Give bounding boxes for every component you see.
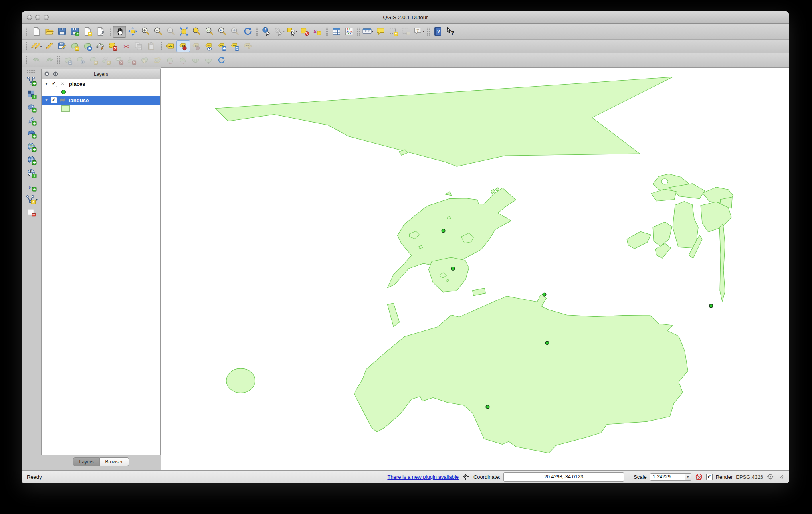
- whats-this-button[interactable]: ?: [444, 26, 457, 37]
- toolbar-grip[interactable]: [159, 42, 162, 51]
- map-canvas[interactable]: [161, 67, 789, 470]
- pan-to-selection-button[interactable]: [126, 26, 139, 37]
- panel-float-icon[interactable]: [53, 71, 59, 77]
- pin-labels-button[interactable]: ab: [176, 40, 190, 52]
- save-project-button[interactable]: [55, 26, 68, 37]
- node-tool-button[interactable]: [94, 41, 107, 52]
- toolbar-grip[interactable]: [325, 27, 328, 36]
- layer-row-places[interactable]: ▼✓places: [42, 79, 160, 88]
- select-by-expression-button[interactable]: ε: [311, 26, 324, 37]
- remove-layer-button[interactable]: [25, 207, 38, 219]
- expander-icon[interactable]: ▼: [44, 98, 49, 102]
- toolbar-grip[interactable]: [357, 27, 360, 36]
- new-print-composer-button[interactable]: [81, 26, 94, 37]
- new-project-button[interactable]: [30, 26, 43, 37]
- titlebar[interactable]: QGIS 2.0.1-Dufour: [22, 11, 789, 24]
- labeling-button[interactable]: abc: [164, 41, 176, 52]
- map-svg: [161, 68, 789, 470]
- toolbar-grip[interactable]: [255, 27, 258, 36]
- layer-visibility-checkbox[interactable]: ✓: [51, 81, 57, 87]
- crs-status-icon[interactable]: [766, 473, 775, 481]
- rotate-label-button[interactable]: abc: [228, 41, 241, 52]
- composer-manager-button[interactable]: [94, 26, 107, 37]
- refresh-map-button[interactable]: [241, 26, 254, 37]
- svg-text:✂: ✂: [168, 61, 172, 65]
- pan-map-button[interactable]: [113, 26, 126, 38]
- add-vector-layer-button[interactable]: [25, 75, 38, 87]
- open-attribute-table-button[interactable]: [330, 26, 343, 37]
- panel-close-icon[interactable]: [44, 71, 50, 77]
- new-bookmark-button[interactable]: [387, 26, 400, 37]
- new-shapefile-layer-button[interactable]: ▾: [25, 194, 38, 206]
- zoom-to-selection-button[interactable]: [190, 26, 203, 37]
- text-annotation-icon: T: [413, 26, 423, 36]
- add-delimited-text-layer-button[interactable]: ,: [25, 180, 38, 192]
- help-contents-button[interactable]: ?: [431, 26, 444, 37]
- tab-layers[interactable]: Layers: [73, 457, 99, 466]
- add-wcs-layer-button[interactable]: [25, 167, 38, 179]
- plugin-icon[interactable]: [462, 473, 470, 481]
- status-bar: Ready There is a new plugin available Co…: [22, 470, 789, 483]
- add-postgis-layer-button[interactable]: [25, 101, 38, 113]
- current-edits-button[interactable]: ▾: [30, 41, 43, 52]
- identify-features-button[interactable]: i: [260, 26, 273, 37]
- move-label-button[interactable]: abc: [216, 41, 228, 52]
- close-button[interactable]: [27, 15, 32, 20]
- labeling-icon: abc: [165, 42, 175, 51]
- toolbar-grip[interactable]: [26, 42, 28, 51]
- add-raster-layer-button[interactable]: [25, 88, 38, 100]
- add-oracle-layer-button[interactable]: [25, 141, 38, 153]
- layer-name[interactable]: landuse: [69, 97, 89, 103]
- delete-ring-icon: [115, 56, 124, 65]
- toolbar-grip[interactable]: [108, 27, 111, 36]
- zoom-last-button[interactable]: [216, 26, 228, 37]
- toolbar-grip[interactable]: [57, 56, 60, 65]
- new-plugin-link[interactable]: There is a new plugin available: [387, 474, 459, 480]
- save-project-as-button[interactable]: [68, 26, 81, 37]
- zoom-out-button[interactable]: [152, 26, 164, 37]
- text-annotation-button[interactable]: T▾: [412, 26, 425, 37]
- toolbar-grip[interactable]: [26, 56, 28, 65]
- layer-visibility-checkbox[interactable]: ✓: [51, 97, 57, 103]
- measure-button[interactable]: ▾: [361, 26, 374, 37]
- add-vector-layer-icon: [26, 76, 37, 86]
- map-tips-button[interactable]: [374, 26, 387, 37]
- add-wms-layer-button[interactable]: [25, 154, 38, 166]
- layer-row-landuse[interactable]: ▼✓landuse: [42, 96, 160, 105]
- deselect-all-button[interactable]: [298, 26, 311, 37]
- resize-grip[interactable]: [778, 473, 784, 480]
- save-layer-edits-button[interactable]: [55, 41, 68, 52]
- delete-selected-button[interactable]: [107, 41, 119, 52]
- zoom-in-button[interactable]: [139, 26, 152, 37]
- dropdown-arrow-icon: ▾: [40, 45, 42, 48]
- toolbar-grip[interactable]: [26, 27, 28, 36]
- tab-browser[interactable]: Browser: [100, 457, 129, 466]
- manage-layers-toolbar: ,▾: [22, 67, 41, 470]
- add-mssql-layer-button[interactable]: [25, 128, 38, 140]
- move-feature-button[interactable]: [81, 41, 94, 52]
- zoom-to-layer-button[interactable]: [203, 26, 216, 37]
- show-hide-labels-button[interactable]: abc: [203, 41, 216, 52]
- zoom-window-button[interactable]: [44, 15, 49, 20]
- toolbar-grip[interactable]: [427, 27, 430, 36]
- stop-render-icon[interactable]: [695, 473, 703, 481]
- zoom-to-selection-icon: [192, 26, 202, 36]
- zoom-full-extent-button[interactable]: [177, 26, 190, 37]
- add-feature-button[interactable]: [68, 41, 81, 52]
- cut-features-button[interactable]: ✂: [119, 41, 132, 52]
- scale-combo[interactable]: 1:24229 ▼: [650, 473, 691, 481]
- open-project-button[interactable]: [43, 26, 55, 37]
- expander-icon[interactable]: ▼: [44, 82, 49, 86]
- toggle-editing-button[interactable]: [43, 41, 55, 52]
- minimize-button[interactable]: [35, 15, 40, 20]
- layer-name[interactable]: places: [69, 81, 85, 87]
- add-spatialite-layer-button[interactable]: [25, 115, 38, 127]
- layers-panel-header: Layers: [41, 69, 161, 79]
- toolbar-grip[interactable]: [27, 70, 36, 73]
- add-mssql-layer-icon: [26, 128, 37, 139]
- render-checkbox[interactable]: ✓: [706, 474, 713, 480]
- rotate-point-symbols-button[interactable]: [215, 55, 228, 66]
- select-features-button[interactable]: ▾: [285, 26, 298, 37]
- coordinate-input[interactable]: [503, 472, 624, 482]
- field-calculator-button[interactable]: [343, 26, 355, 37]
